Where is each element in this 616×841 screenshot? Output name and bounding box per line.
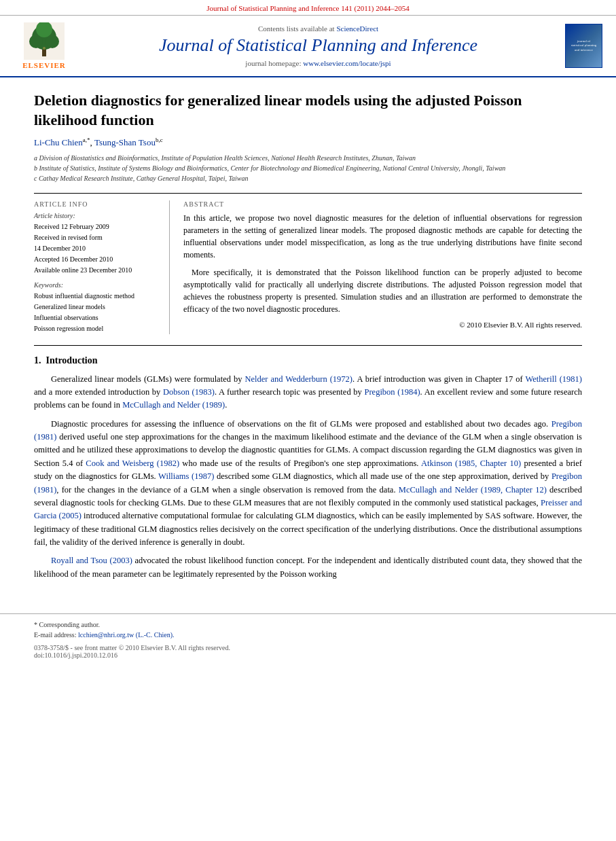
- ref-pregibon-1984[interactable]: Pregibon (1984): [364, 387, 420, 397]
- homepage-label: journal homepage:: [245, 59, 301, 67]
- abstract-para-1: In this article, we propose two novel di…: [183, 212, 582, 261]
- ref-mccullagh-1989b[interactable]: McCullagh and Nelder (1989, Chapter 12): [399, 485, 547, 495]
- revised-date: 14 December 2010: [34, 243, 160, 254]
- footer-area: * Corresponding author. E-mail address: …: [0, 613, 616, 664]
- affiliation-c: c Cathay Medical Research Institute, Cat…: [34, 173, 582, 183]
- article-info-col: ARTICLE INFO Article history: Received 1…: [34, 200, 170, 334]
- keyword-2: Generalized linear models: [34, 302, 160, 312]
- author-2-link[interactable]: Tsung-Shan Tsou: [94, 138, 156, 148]
- intro-para-1: Generalized linear models (GLMs) were fo…: [34, 373, 582, 412]
- section-1-number: 1.: [34, 355, 41, 365]
- email-link[interactable]: lcchien@nhri.org.tw (L.-C. Chien).: [78, 631, 175, 639]
- info-abstract-section: ARTICLE INFO Article history: Received 1…: [34, 193, 582, 334]
- corresponding-author-note: * Corresponding author.: [34, 620, 582, 630]
- keyword-1: Robust influential diagnostic method: [34, 291, 160, 302]
- contents-line: Contents lists available at ScienceDirec…: [75, 24, 562, 33]
- citation-bar: Journal of Statistical Planning and Infe…: [0, 0, 616, 16]
- keyword-4: Poisson regression model: [34, 323, 160, 334]
- article-title: Deletion diagnostics for generalized lin…: [34, 91, 582, 130]
- svg-point-3: [29, 35, 43, 48]
- author-2-super: b,c: [156, 137, 163, 143]
- abstract-para-2: More specifically, it is demonstrated th…: [183, 266, 582, 315]
- section-1-label: Introduction: [46, 355, 98, 365]
- thumb-box: journal ofstatistical planningand infere…: [565, 24, 602, 68]
- article-info-heading: ARTICLE INFO: [34, 200, 160, 208]
- affiliation-b: b Institute of Statistics, Institute of …: [34, 163, 582, 173]
- keywords-label: Keywords:: [34, 281, 160, 289]
- corresponding-label: * Corresponding author.: [34, 621, 100, 628]
- elsevier-logo: ELSEVIER: [14, 22, 75, 69]
- history-label: Article history:: [34, 212, 160, 219]
- received-date: Received 12 February 2009: [34, 221, 160, 232]
- ref-preisser-2005[interactable]: Preisser and Garcia (2005): [34, 498, 582, 520]
- sciencedirect-link[interactable]: ScienceDirect: [336, 24, 378, 33]
- affiliation-a: a Division of Biostatistics and Bioinfor…: [34, 153, 582, 163]
- copyright-line: © 2010 Elsevier B.V. All rights reserved…: [183, 321, 582, 329]
- main-content: 1. Introduction Generalized linear model…: [34, 345, 582, 581]
- abstract-col: ABSTRACT In this article, we propose two…: [183, 200, 582, 334]
- footer-issn: 0378-3758/$ - see front matter © 2010 El…: [34, 644, 582, 659]
- ref-royall-2003[interactable]: Royall and Tsou (2003): [51, 556, 132, 565]
- keywords-section: Keywords: Robust influential diagnostic …: [34, 281, 160, 334]
- svg-point-4: [46, 35, 59, 48]
- ref-williams-1987[interactable]: Williams (1987): [158, 471, 214, 481]
- accepted-date: Accepted 16 December 2010: [34, 254, 160, 265]
- journal-thumbnail: journal ofstatistical planningand infere…: [562, 24, 602, 68]
- doi-line: doi:10.1016/j.jspi.2010.12.016: [34, 651, 582, 659]
- journal-title-center: Contents lists available at ScienceDirec…: [75, 24, 562, 67]
- authors-line: Li-Chu Chiena,*, Tsung-Shan Tsoub,c: [34, 137, 582, 148]
- abstract-text: In this article, we propose two novel di…: [183, 212, 582, 315]
- intro-para-2: Diagnostic procedures for assessing the …: [34, 418, 582, 550]
- thumb-text: journal ofstatistical planningand infere…: [571, 39, 597, 53]
- ref-nelder-1972[interactable]: Nelder and Wedderburn (1972): [244, 374, 352, 384]
- homepage-link[interactable]: www.elsevier.com/locate/jspi: [303, 59, 391, 67]
- section-1-title: 1. Introduction: [34, 355, 582, 366]
- ref-atkinson-1985[interactable]: Atkinson (1985, Chapter 10): [421, 459, 521, 468]
- ref-cook-1982[interactable]: Cook and Weisberg (1982): [86, 459, 179, 468]
- article-body: Deletion diagnostics for generalized lin…: [0, 77, 616, 600]
- available-date: Available online 23 December 2010: [34, 265, 160, 276]
- contents-label: Contents lists available at: [258, 24, 335, 33]
- ref-wetherill-1981[interactable]: Wetherill (1981): [525, 374, 582, 384]
- section-1-body: Generalized linear models (GLMs) were fo…: [34, 373, 582, 581]
- abstract-heading: ABSTRACT: [183, 200, 582, 208]
- svg-point-6: [43, 47, 46, 50]
- email-note: E-mail address: lcchien@nhri.org.tw (L.-…: [34, 630, 582, 640]
- journal-name: Journal of Statistical Planning and Infe…: [75, 35, 562, 56]
- author-1-super: a,*: [83, 137, 90, 143]
- ref-pregibon-1981[interactable]: Pregibon (1981): [34, 419, 582, 442]
- history-section: Article history: Received 12 February 20…: [34, 212, 160, 276]
- email-label: E-mail address:: [34, 631, 76, 639]
- ref-mccullagh-1989[interactable]: McCullagh and Nelder (1989): [122, 400, 225, 410]
- issn-line: 0378-3758/$ - see front matter © 2010 El…: [34, 644, 582, 651]
- keyword-3: Influential observations: [34, 312, 160, 323]
- affiliations: a Division of Biostatistics and Bioinfor…: [34, 153, 582, 183]
- elsevier-label: ELSEVIER: [22, 61, 66, 69]
- author-1-link[interactable]: Li-Chu Chien: [34, 138, 83, 148]
- intro-para-3: Royall and Tsou (2003) advocated the rob…: [34, 554, 582, 581]
- citation-text: Journal of Statistical Planning and Infe…: [206, 4, 409, 12]
- received-revised-label: Received in revised form: [34, 232, 160, 243]
- ref-dobson-1983[interactable]: Dobson (1983): [163, 387, 215, 397]
- homepage-line: journal homepage: www.elsevier.com/locat…: [75, 59, 562, 67]
- journal-header: ELSEVIER Contents lists available at Sci…: [0, 16, 616, 77]
- elsevier-tree-icon: [24, 22, 65, 60]
